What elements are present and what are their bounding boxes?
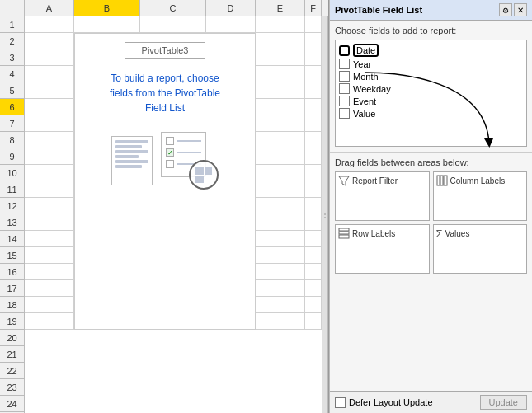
pivot-field-list-panel: PivotTable Field List ⚙ ✕ Choose fields … bbox=[329, 0, 532, 413]
row-header-17[interactable]: 17 bbox=[0, 280, 24, 297]
values-area[interactable]: Σ Values bbox=[433, 224, 528, 274]
spreadsheet: A B C D E F 1 2 3 4 5 6 7 8 9 10 11 bbox=[0, 0, 329, 413]
areas-section-label: Drag fields between areas below: bbox=[335, 157, 527, 167]
field-checkbox-event[interactable] bbox=[339, 96, 350, 106]
cell[interactable] bbox=[256, 16, 305, 33]
field-item-year[interactable]: Year bbox=[339, 59, 523, 69]
defer-layout-row: Defer Layout Update bbox=[335, 397, 433, 408]
col-header-c[interactable]: C bbox=[140, 0, 206, 16]
defer-layout-label: Defer Layout Update bbox=[349, 397, 433, 407]
row-header-21[interactable]: 21 bbox=[0, 346, 24, 363]
cell[interactable] bbox=[25, 16, 74, 33]
col-header-f[interactable]: F bbox=[305, 0, 322, 16]
row-header-8[interactable]: 8 bbox=[0, 132, 24, 148]
values-header: Σ Values bbox=[436, 228, 525, 240]
field-item-value[interactable]: Value bbox=[339, 108, 523, 119]
table-row bbox=[25, 16, 322, 33]
field-label-weekday: Weekday bbox=[353, 84, 391, 94]
row-header-15[interactable]: 15 bbox=[0, 247, 24, 264]
fields-section-label: Choose fields to add to report: bbox=[335, 26, 527, 35]
defer-layout-checkbox[interactable] bbox=[335, 397, 346, 408]
cells-area[interactable]: PivotTable3 To build a report, choose fi… bbox=[25, 16, 322, 413]
row-header-24[interactable]: 24 bbox=[0, 396, 24, 412]
cell[interactable] bbox=[206, 16, 256, 33]
field-checkbox-month[interactable] bbox=[339, 71, 350, 82]
row-header-1[interactable]: 1 bbox=[0, 16, 24, 33]
field-label-year: Year bbox=[353, 59, 371, 69]
row-headers: 1 2 3 4 5 6 7 8 9 10 11 12 13 14 15 16 1… bbox=[0, 16, 25, 413]
cell[interactable] bbox=[305, 16, 322, 33]
filter-icon bbox=[338, 175, 350, 186]
sigma-icon: Σ bbox=[436, 228, 443, 240]
row-labels-label: Row Labels bbox=[352, 229, 395, 238]
row-header-2[interactable]: 2 bbox=[0, 33, 24, 49]
spreadsheet-body: 1 2 3 4 5 6 7 8 9 10 11 12 13 14 15 16 1… bbox=[0, 16, 328, 413]
col-header-d[interactable]: D bbox=[206, 0, 256, 16]
col-header-a[interactable]: A bbox=[25, 0, 74, 16]
field-label-month: Month bbox=[353, 72, 379, 82]
row-header-12[interactable]: 12 bbox=[0, 198, 24, 214]
field-label-date: Date bbox=[353, 44, 379, 57]
row-header-23[interactable]: 23 bbox=[0, 379, 24, 396]
header-corner bbox=[0, 0, 25, 16]
panel-title: PivotTable Field List bbox=[335, 5, 422, 15]
row-labels-area[interactable]: Row Labels bbox=[335, 224, 430, 274]
bottom-bar: Defer Layout Update Update bbox=[330, 391, 532, 413]
svg-rect-1 bbox=[437, 176, 440, 185]
panel-close-button[interactable]: ✕ bbox=[514, 3, 527, 16]
row-header-9[interactable]: 9 bbox=[0, 148, 24, 165]
pivot-table-placeholder[interactable]: PivotTable3 To build a report, choose fi… bbox=[74, 33, 256, 330]
pivot-table-title: PivotTable3 bbox=[125, 42, 206, 59]
row-header-4[interactable]: 4 bbox=[0, 66, 24, 82]
svg-rect-4 bbox=[339, 228, 349, 231]
column-labels-header: Column Labels bbox=[436, 175, 525, 186]
pivot-doc-icon bbox=[111, 136, 153, 185]
rows-icon bbox=[338, 228, 350, 239]
row-header-10[interactable]: 10 bbox=[0, 165, 24, 181]
column-labels-label: Column Labels bbox=[450, 176, 506, 185]
columns-icon bbox=[436, 175, 448, 186]
values-label: Values bbox=[445, 229, 470, 238]
field-item-event[interactable]: Event bbox=[339, 96, 523, 106]
row-header-16[interactable]: 16 bbox=[0, 264, 24, 280]
field-checkbox-value[interactable] bbox=[339, 108, 350, 119]
panel-settings-button[interactable]: ⚙ bbox=[499, 3, 512, 16]
row-header-14[interactable]: 14 bbox=[0, 231, 24, 247]
row-header-19[interactable]: 19 bbox=[0, 313, 24, 330]
row-header-18[interactable]: 18 bbox=[0, 297, 24, 313]
row-header-22[interactable]: 22 bbox=[0, 363, 24, 379]
pivot-instructions: To build a report, choose fields from th… bbox=[97, 71, 233, 115]
cell[interactable] bbox=[140, 16, 206, 33]
cell[interactable] bbox=[74, 16, 140, 33]
update-button[interactable]: Update bbox=[480, 395, 527, 410]
field-label-event: Event bbox=[353, 96, 376, 106]
fields-section: Choose fields to add to report: Date Yea… bbox=[330, 21, 532, 153]
field-item-month[interactable]: Month bbox=[339, 71, 523, 82]
areas-grid: Report Filter Column Labels bbox=[335, 171, 527, 274]
row-header-3[interactable]: 3 bbox=[0, 49, 24, 66]
report-filter-label: Report Filter bbox=[352, 176, 398, 185]
panel-titlebar: PivotTable Field List ⚙ ✕ bbox=[330, 0, 532, 21]
row-header-13[interactable]: 13 bbox=[0, 214, 24, 231]
col-headers: A B C D E F bbox=[25, 0, 328, 16]
field-checkbox-year[interactable] bbox=[339, 59, 350, 69]
row-header-7[interactable]: 7 bbox=[0, 115, 24, 132]
areas-section: Drag fields between areas below: Report … bbox=[330, 153, 532, 391]
field-checkbox-weekday[interactable] bbox=[339, 83, 350, 94]
row-header-20[interactable]: 20 bbox=[0, 330, 24, 346]
field-item-weekday[interactable]: Weekday bbox=[339, 83, 523, 94]
svg-rect-2 bbox=[440, 176, 443, 185]
field-checkbox-date[interactable] bbox=[339, 45, 350, 56]
field-item-date[interactable]: Date bbox=[339, 44, 523, 57]
col-header-b[interactable]: B bbox=[74, 0, 140, 16]
scroll-divider[interactable]: ⋮ bbox=[322, 16, 328, 413]
fields-list: Date Year Month Weekday Event bbox=[335, 40, 527, 147]
row-header-5[interactable]: 5 bbox=[0, 82, 24, 99]
report-filter-area[interactable]: Report Filter bbox=[335, 171, 430, 221]
column-labels-area[interactable]: Column Labels bbox=[433, 171, 528, 221]
field-label-value: Value bbox=[353, 109, 375, 119]
scroll-grip-icon: ⋮ bbox=[322, 211, 328, 218]
col-header-e[interactable]: E bbox=[256, 0, 305, 16]
row-header-6[interactable]: 6 bbox=[0, 99, 24, 115]
row-header-11[interactable]: 11 bbox=[0, 181, 24, 198]
